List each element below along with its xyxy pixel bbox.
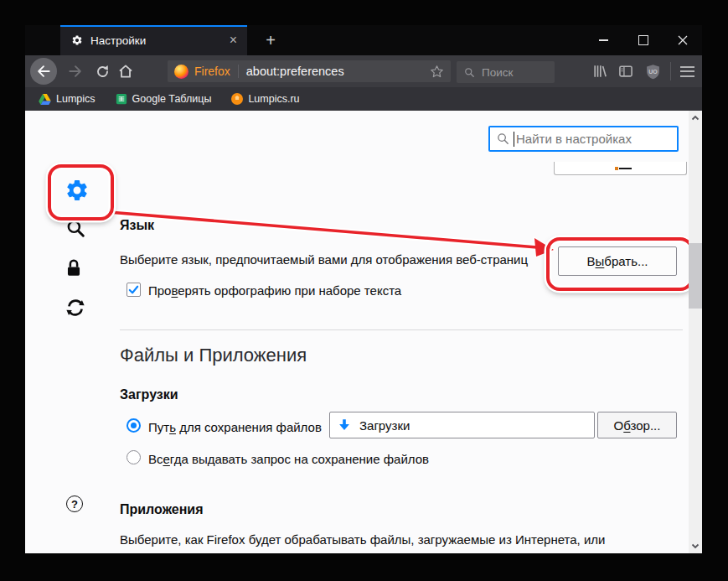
find-in-settings-input[interactable]: Найти в настройках (488, 126, 679, 152)
url-brand-label: Firefox (194, 65, 230, 78)
lumpics-ru-icon (231, 93, 243, 105)
scroll-up-icon[interactable] (691, 114, 700, 122)
downloads-title: Загрузки (120, 387, 178, 402)
reload-icon (95, 64, 111, 80)
maximize-button[interactable] (623, 25, 663, 55)
lock-icon (63, 257, 85, 279)
new-tab-button[interactable]: + (256, 25, 285, 55)
always-ask-label: Всегда выдавать запрос на сохранение фай… (148, 452, 429, 466)
library-button[interactable] (591, 62, 609, 80)
menu-button[interactable] (678, 62, 696, 80)
partial-dropdown-dash (619, 168, 632, 169)
checkmark-icon (127, 283, 140, 296)
tab-settings[interactable]: Настройки × (60, 25, 247, 55)
reload-button[interactable] (93, 62, 111, 80)
minimize-icon (599, 39, 608, 41)
bookmark-lumpics[interactable]: Lumpics (39, 93, 96, 106)
category-privacy[interactable] (63, 257, 85, 279)
scrollbar[interactable] (689, 111, 702, 553)
spellcheck-label: Проверять орфографию при наборе текста (148, 283, 401, 298)
bookmark-lumpics-ru[interactable]: Lumpics.ru (231, 93, 299, 105)
applications-title: Приложения (120, 502, 204, 517)
home-button[interactable] (116, 62, 135, 80)
sidebar-toggle-button[interactable] (617, 62, 635, 80)
firefox-logo-icon (174, 65, 188, 79)
annotation-circle-button (546, 237, 694, 291)
browse-button[interactable]: Обзор... (597, 412, 677, 438)
google-drive-icon (39, 93, 51, 106)
language-description: Выберите язык, предпочитаемый вами для о… (120, 252, 528, 267)
minimize-button[interactable] (584, 25, 623, 55)
save-path-label: Путь для сохранения файлов (148, 420, 322, 434)
always-ask-radio[interactable] (126, 450, 141, 464)
toolbar-separator (670, 62, 671, 80)
google-sheets-icon (116, 93, 127, 105)
spellcheck-checkbox[interactable] (126, 283, 141, 297)
scroll-down-icon[interactable] (691, 542, 700, 550)
save-path-radio[interactable] (126, 418, 141, 433)
url-separator (238, 65, 239, 78)
home-icon (117, 63, 134, 80)
sync-icon (65, 297, 86, 319)
back-button[interactable] (30, 58, 57, 85)
partial-dropdown-glyph (615, 167, 618, 170)
tab-close-icon[interactable]: × (230, 34, 237, 47)
annotation-arrow (25, 111, 689, 553)
window-controls (584, 25, 702, 55)
title-bar: Настройки × + (25, 25, 702, 55)
ublock-button[interactable]: UO (643, 62, 662, 80)
bookmark-label: Lumpics (56, 93, 96, 105)
bookmark-google-tables[interactable]: Google Таблицы (116, 93, 212, 105)
forward-icon (67, 63, 84, 80)
close-icon (678, 35, 688, 45)
hamburger-icon (680, 66, 694, 77)
url-text[interactable]: about:preferences (246, 65, 430, 78)
library-icon (591, 63, 608, 80)
preferences-page: Найти в настройках ? Язык Выберите язык,… (25, 111, 702, 553)
sidebar-icon (617, 63, 634, 80)
download-path-value: Загрузки (359, 418, 410, 433)
text-caret (514, 132, 514, 147)
section-divider (120, 329, 683, 330)
partial-dropdown[interactable] (554, 162, 687, 175)
forward-button[interactable] (66, 62, 85, 80)
tab-title: Настройки (90, 34, 230, 47)
search-icon (496, 132, 510, 146)
bookmark-star-icon[interactable] (430, 65, 444, 79)
scrollbar-thumb[interactable] (689, 243, 702, 309)
gear-icon (71, 34, 83, 46)
search-bar[interactable]: Поиск (457, 61, 555, 83)
svg-text:UO: UO (648, 68, 658, 74)
url-bar[interactable]: Firefox about:preferences (168, 60, 451, 82)
download-path-field[interactable]: Загрузки (329, 412, 595, 438)
navigation-toolbar: Firefox about:preferences Поиск UO (25, 55, 702, 87)
annotation-circle-gear (48, 164, 114, 220)
close-button[interactable] (663, 25, 702, 55)
bookmarks-toolbar: Lumpics Google Таблицы Lumpics.ru (25, 87, 702, 111)
find-placeholder: Найти в настройках (516, 132, 632, 146)
maximize-icon (638, 35, 648, 45)
download-arrow-icon (337, 418, 352, 433)
search-icon (463, 66, 476, 79)
firefox-window: Настройки × + Firefox about:p (25, 25, 702, 553)
bookmark-label: Lumpics.ru (248, 93, 299, 105)
ublock-shield-icon: UO (644, 63, 662, 80)
applications-description: Выберите, как Firefox будет обрабатывать… (120, 532, 605, 547)
search-placeholder: Поиск (482, 66, 513, 79)
back-icon (35, 63, 52, 80)
language-section-title: Язык (120, 218, 154, 233)
help-icon[interactable]: ? (66, 495, 83, 512)
category-sync[interactable] (65, 297, 86, 319)
bookmark-label: Google Таблицы (132, 93, 212, 105)
files-apps-title: Файлы и Приложения (120, 345, 307, 366)
